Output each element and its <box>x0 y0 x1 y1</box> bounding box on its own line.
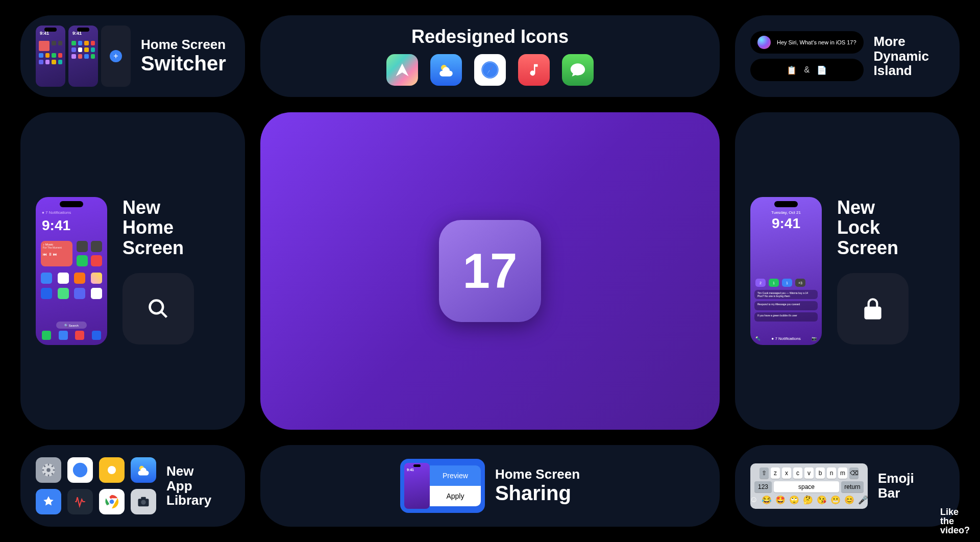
safari-icon <box>474 54 506 86</box>
key[interactable]: v <box>804 467 814 479</box>
mini-phone-2: 9:41 <box>68 26 98 87</box>
camera-icon <box>131 489 156 514</box>
mini-phone-time: 9:41 <box>40 31 49 36</box>
emoji[interactable]: 😊 <box>844 495 854 505</box>
title-line: New <box>837 198 909 218</box>
mini-phone-time: 9:41 <box>72 31 82 36</box>
card-home-screen-sharing: 9:41 Preview Apply Home Screen Sharing <box>260 445 720 527</box>
card-app-library: New App Library <box>20 445 245 527</box>
emoji[interactable]: 🤔 <box>803 495 813 505</box>
key[interactable]: b <box>816 467 825 479</box>
emoji[interactable]: 😘 <box>817 495 827 505</box>
space-key[interactable]: space <box>774 481 839 492</box>
svg-point-20 <box>141 500 145 505</box>
switcher-phones: 9:41 9:41 + <box>36 26 131 87</box>
123-key[interactable]: 123 <box>754 481 772 492</box>
emoji[interactable]: ☺ <box>750 495 758 505</box>
ampersand: & <box>804 65 810 75</box>
title-line: App <box>166 479 211 494</box>
add-screen-tile[interactable]: + <box>101 26 131 87</box>
share-bubble: 9:41 Preview Apply <box>400 459 485 513</box>
search-pill: 🔍 Search <box>56 322 87 329</box>
backspace-key[interactable]: ⌫ <box>849 467 859 479</box>
notification: If you have a green bubble it's over <box>754 312 818 322</box>
emoji[interactable]: 😂 <box>762 495 772 505</box>
siri-text: Hey Siri, What's new in iOS 17? <box>777 39 856 45</box>
title-line: Home Screen <box>141 37 226 52</box>
title-line: Emoji <box>878 471 914 486</box>
clipboard-pill: 📋 & 📄 <box>750 59 864 81</box>
title-line: Home Screen <box>495 467 580 482</box>
share-mini-phone: 9:41 <box>404 463 430 509</box>
library-grid <box>36 457 156 514</box>
card-new-lock-screen: Tuesday, Oct 21 9:41 2 1 1 +3 Tim Cook m… <box>735 112 960 430</box>
mini-time: 9:41 <box>407 468 414 472</box>
card-right: New Lock Screen <box>837 198 909 345</box>
lock-notifications: Tim Cook messaged you — Wanna buy a 14 P… <box>754 290 818 322</box>
maps-icon <box>386 54 418 86</box>
appstore-icon <box>36 489 61 514</box>
siri-orb-icon <box>757 36 771 49</box>
title-line: Screen <box>837 238 909 258</box>
search-card[interactable] <box>122 273 194 344</box>
shift-key[interactable]: ⇧ <box>760 467 769 479</box>
emoji[interactable]: 😬 <box>830 495 841 505</box>
return-key[interactable]: return <box>841 481 864 492</box>
svg-point-10 <box>46 468 51 472</box>
card-right: New Home Screen <box>122 198 194 345</box>
title-line: Home <box>122 217 194 238</box>
siri-pill: Hey Siri, What's new in iOS 17? <box>750 31 864 54</box>
keyboard-row: ⇧ z x c v b n m ⌫ <box>754 467 864 479</box>
card-hero-ios17: 17 <box>260 112 720 430</box>
svg-point-14 <box>108 466 116 474</box>
emoji-row: ☺ 😂 🤩 🙄 🤔 😘 😬 😊 🎤 <box>754 495 864 505</box>
watermark-line: the <box>940 516 970 526</box>
notification-badge: ● 7 Notifications <box>42 210 71 215</box>
key[interactable]: x <box>782 467 791 479</box>
mini-icons-grid <box>71 41 95 59</box>
card-redesigned-icons: Redesigned Icons <box>260 15 720 97</box>
ios-version-badge: 17 <box>439 220 541 322</box>
card-title: Home Screen Sharing <box>495 467 580 505</box>
key[interactable]: m <box>838 467 847 479</box>
title-line: More <box>874 34 929 49</box>
emoji[interactable]: 🙄 <box>789 495 799 505</box>
key[interactable]: z <box>771 467 780 479</box>
mic-icon[interactable]: 🎤 <box>858 495 868 505</box>
watermark-line: video? <box>940 526 970 535</box>
chrome-icon <box>99 489 125 514</box>
title-line: Lock <box>837 217 909 238</box>
phone-time: 9:41 <box>42 217 70 234</box>
widget-subtitle: For The Moment <box>43 246 70 249</box>
messages-icon <box>562 54 594 86</box>
card-title: Emoji Bar <box>878 471 914 500</box>
chip: 1 <box>769 279 779 287</box>
card-title: More Dynamic Island <box>874 34 929 78</box>
tips-icon <box>99 457 125 483</box>
version-number: 17 <box>463 243 518 299</box>
card-title: Redesigned Icons <box>411 27 569 47</box>
key[interactable]: n <box>827 467 836 479</box>
emoji[interactable]: 🤩 <box>775 495 786 505</box>
lock-bottom: 🔦 ● 7 Notifications 📷 <box>755 336 817 341</box>
card-emoji-bar: ⇧ z x c v b n m ⌫ 123 space return ☺ 😂 🤩… <box>735 445 960 527</box>
chip: 1 <box>782 279 792 287</box>
card-title: New Lock Screen <box>837 198 909 258</box>
preview-button[interactable]: Preview <box>430 465 481 486</box>
title-line: Library <box>166 493 211 508</box>
notification: Respond to my iMessage you coward <box>754 301 818 310</box>
svg-point-7 <box>150 301 163 314</box>
lock-icon-card <box>837 273 909 344</box>
lock-date: Tuesday, Oct 21 <box>750 210 822 215</box>
card-title: New Home Screen <box>122 198 194 258</box>
voice-memos-icon <box>67 489 93 514</box>
card-title: Home Screen Switcher <box>141 37 226 75</box>
music-widget: ♪ Music For The Moment ⏮ ⏸ ⏭ <box>41 241 72 266</box>
lock-icon <box>860 296 886 322</box>
safari-icon <box>67 457 93 483</box>
document-icon: 📋 <box>787 65 797 75</box>
key[interactable]: c <box>793 467 802 479</box>
card-dynamic-island: Hey Siri, What's new in iOS 17? 📋 & 📄 Mo… <box>735 15 960 97</box>
apply-button[interactable]: Apply <box>430 486 481 506</box>
card-new-home-screen: ● 7 Notifications 9:41 ♪ Music For The M… <box>20 112 245 430</box>
